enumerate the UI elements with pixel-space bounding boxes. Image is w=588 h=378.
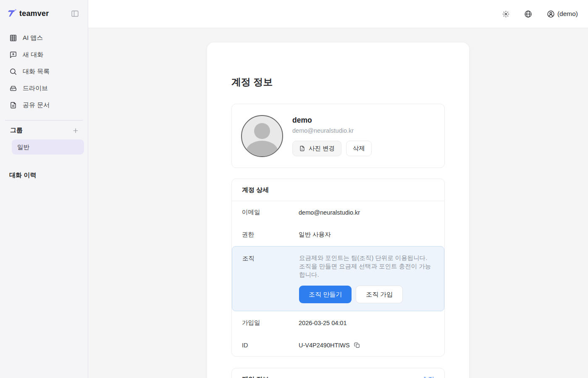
- organization-row: 조직 요금제와 포인트는 팀(조직) 단위로 이용됩니다. 조직을 만들면 요금…: [232, 246, 444, 311]
- profile-info: demo demo@neuralstudio.kr 사진 변경: [292, 116, 372, 156]
- organization-label: 조직: [242, 254, 299, 262]
- user-id-label: ID: [242, 342, 299, 349]
- account-menu[interactable]: (demo): [546, 10, 578, 18]
- joined-date-label: 가입일: [242, 319, 299, 327]
- chat-history-title: 대화 이력: [0, 155, 88, 179]
- account-label: (demo): [557, 10, 578, 18]
- delete-photo-button[interactable]: 삭제: [346, 141, 372, 156]
- logo-icon: [6, 8, 17, 18]
- sidebar-header: teamver: [0, 0, 88, 25]
- user-id-row: ID U-V4P2490HTIWS: [232, 334, 444, 356]
- organization-content: 요금제와 포인트는 팀(조직) 단위로 이용됩니다. 조직을 만들면 요금제 선…: [299, 254, 434, 303]
- user-id-cell: U-V4P2490HTIWS: [299, 342, 360, 349]
- personal-info-title: 개인 정보: [242, 375, 269, 378]
- sidebar-item-label: 드라이브: [23, 84, 48, 92]
- edit-personal-info-link[interactable]: 수정: [422, 375, 434, 378]
- sidebar-item-ai-apps[interactable]: AI 앱스: [0, 29, 88, 46]
- language-globe-icon[interactable]: [524, 10, 533, 18]
- sidebar-item-chat-list[interactable]: 대화 목록: [0, 63, 88, 80]
- logo-text: teamver: [19, 9, 49, 18]
- sidebar-item-label: 공유 문서: [23, 101, 50, 109]
- page-title: 계정 정보: [231, 76, 445, 88]
- grid-icon: [9, 34, 17, 42]
- sidebar-item-shared-docs[interactable]: 공유 문서: [0, 97, 88, 113]
- email-row: 이메일 demo@neuralstudio.kr: [232, 201, 444, 223]
- create-organization-button[interactable]: 조직 만들기: [299, 286, 352, 303]
- profile-panel: demo demo@neuralstudio.kr 사진 변경: [231, 104, 445, 168]
- group-item-general[interactable]: 일반: [12, 139, 84, 155]
- groups-header: 그룹: [0, 121, 88, 139]
- sidebar-item-label: 대화 목록: [23, 68, 50, 76]
- sidebar-item-drive[interactable]: 드라이브: [0, 80, 88, 97]
- shared-document-icon: [9, 101, 17, 109]
- personal-info-header: 개인 정보 수정: [232, 368, 444, 378]
- sidebar-item-new-chat[interactable]: 새 대화: [0, 46, 88, 63]
- sidebar-nav: AI 앱스 새 대화 대화 목록: [0, 25, 88, 113]
- profile-actions: 사진 변경 삭제: [292, 141, 372, 156]
- drive-icon: [9, 84, 17, 92]
- add-group-icon[interactable]: [72, 127, 79, 134]
- joined-date-value: 2026-03-25 04:01: [299, 320, 347, 326]
- account-icon: [546, 10, 555, 18]
- topbar: (demo): [88, 0, 588, 28]
- logo[interactable]: teamver: [6, 8, 49, 18]
- role-value: 일반 사용자: [299, 231, 331, 239]
- search-icon: [9, 68, 17, 76]
- sidebar-item-label: AI 앱스: [23, 34, 43, 42]
- chat-plus-icon: [9, 51, 17, 59]
- change-photo-label: 사진 변경: [309, 144, 335, 152]
- role-label: 권한: [242, 231, 299, 239]
- organization-description: 요금제와 포인트는 팀(조직) 단위로 이용됩니다. 조직을 만들면 요금제 선…: [299, 254, 434, 279]
- account-details-header: 계정 상세: [232, 179, 444, 201]
- theme-sun-icon[interactable]: [502, 10, 510, 18]
- sidebar: teamver AI 앱스: [0, 0, 88, 378]
- groups-title: 그룹: [10, 126, 23, 134]
- copy-icon[interactable]: [354, 342, 360, 349]
- role-row: 권한 일반 사용자: [232, 223, 444, 246]
- email-label: 이메일: [242, 208, 299, 216]
- joined-date-row: 가입일 2026-03-25 04:01: [232, 312, 444, 334]
- account-details-title: 계정 상세: [242, 186, 269, 194]
- collapse-sidebar-icon[interactable]: [71, 9, 79, 18]
- user-id-value: U-V4P2490HTIWS: [299, 342, 350, 349]
- join-organization-button[interactable]: 조직 가입: [356, 286, 403, 303]
- sidebar-item-label: 새 대화: [23, 51, 43, 59]
- organization-actions: 조직 만들기 조직 가입: [299, 286, 434, 303]
- group-item-label: 일반: [17, 143, 29, 151]
- email-value: demo@neuralstudio.kr: [299, 209, 360, 216]
- file-image-icon: [299, 145, 305, 152]
- account-details-panel: 계정 상세 이메일 demo@neuralstudio.kr 권한 일반 사용자…: [231, 178, 445, 357]
- change-photo-button[interactable]: 사진 변경: [292, 141, 341, 156]
- account-info-card: 계정 정보 demo demo@neuralstudio.kr: [207, 42, 469, 378]
- profile-name: demo: [292, 116, 372, 125]
- delete-photo-label: 삭제: [353, 144, 365, 152]
- avatar: [241, 115, 283, 157]
- profile-email: demo@neuralstudio.kr: [292, 127, 372, 134]
- main-content: 계정 정보 demo demo@neuralstudio.kr: [88, 28, 588, 378]
- personal-info-panel: 개인 정보 수정: [231, 368, 445, 378]
